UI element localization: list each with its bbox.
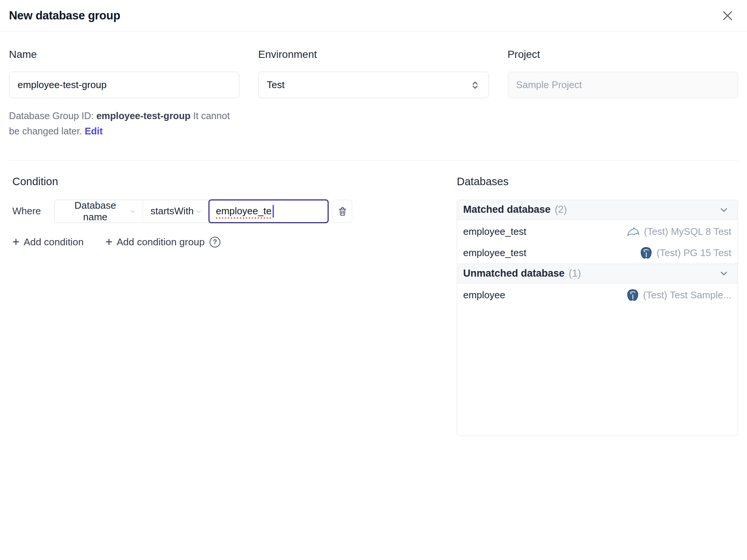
project-label: Project: [508, 49, 738, 60]
database-row: employee (Test) Test Sample...: [457, 284, 738, 306]
chevron-down-icon: [719, 205, 729, 215]
databases-heading: Databases: [457, 175, 738, 188]
trash-icon: [337, 206, 348, 217]
chevron-down-icon: [195, 207, 203, 215]
condition-heading: Condition: [12, 175, 457, 188]
environment-label: Environment: [258, 49, 489, 60]
chevron-down-icon: [719, 268, 729, 279]
plus-icon: +: [12, 236, 19, 248]
condition-factor-value: Database name: [62, 200, 128, 223]
condition-expression-group: Database name startsWith employee_te: [54, 200, 328, 223]
project-input: Sample Project: [508, 72, 738, 98]
unmatched-database-title: Unmatched database: [463, 268, 565, 279]
condition-value-input[interactable]: employee_te: [208, 199, 329, 223]
databases-section: Databases Matched database (2) employee_…: [457, 175, 738, 436]
add-condition-button[interactable]: + Add condition: [12, 236, 84, 248]
project-input-value: Sample Project: [516, 79, 582, 91]
database-name: employee: [463, 289, 505, 301]
name-input-value: employee-test-group: [18, 79, 106, 91]
name-input[interactable]: employee-test-group: [9, 72, 239, 98]
dialog-header: New database group: [0, 0, 747, 31]
database-instance: (Test) MySQL 8 Test: [627, 225, 731, 238]
condition-actions: + Add condition + Add condition group ?: [12, 236, 457, 248]
database-row: employee_test (Test) MySQL 8 Test: [457, 221, 738, 242]
postgresql-icon: [626, 289, 639, 301]
name-field-group: Name employee-test-group Database Group …: [9, 49, 239, 139]
condition-section: Condition Where Database name startsWith: [9, 175, 457, 248]
condition-operator-value: startsWith: [151, 205, 194, 217]
matched-database-count: (2): [555, 204, 719, 215]
chevron-down-icon: [128, 207, 137, 215]
where-label: Where: [12, 205, 54, 217]
environment-field-group: Environment Test: [258, 49, 489, 139]
environment-select[interactable]: Test: [258, 72, 489, 98]
condition-operator-select[interactable]: startsWith: [143, 200, 209, 223]
condition-factor-select[interactable]: Database name: [55, 200, 143, 223]
database-group-id-helper: Database Group ID: employee-test-group I…: [9, 108, 239, 139]
matched-database-header[interactable]: Matched database (2): [457, 200, 738, 220]
postgresql-icon: [640, 246, 653, 259]
add-condition-label: Add condition: [24, 236, 84, 248]
add-condition-group-button[interactable]: + Add condition group: [105, 236, 205, 248]
database-instance-label: (Test) MySQL 8 Test: [644, 226, 731, 237]
help-icon[interactable]: ?: [210, 237, 220, 248]
database-instance: (Test) Test Sample...: [626, 289, 732, 301]
page-title: New database group: [9, 9, 120, 22]
mysql-icon: [627, 225, 640, 238]
database-name: employee_test: [463, 247, 526, 259]
database-instance-label: (Test) Test Sample...: [643, 289, 732, 301]
matched-database-title: Matched database: [463, 204, 551, 215]
condition-value-text: employee_te: [216, 205, 272, 217]
environment-selected-value: Test: [267, 79, 285, 91]
condition-row: Where Database name startsWith: [12, 200, 457, 223]
unfold-chevrons-icon: [470, 79, 480, 91]
database-instance: (Test) PG 15 Test: [640, 246, 731, 259]
form-top-row: Name employee-test-group Database Group …: [9, 49, 738, 139]
text-cursor: [273, 205, 274, 218]
delete-condition-button[interactable]: [332, 200, 352, 223]
unmatched-database-header[interactable]: Unmatched database (1): [457, 264, 738, 283]
section-divider: [9, 160, 738, 161]
database-instance-label: (Test) PG 15 Test: [657, 247, 731, 259]
database-group-id-value: employee-test-group: [96, 111, 190, 121]
plus-icon: +: [105, 236, 112, 248]
database-row: employee_test (Test) PG 15 Test: [457, 242, 738, 264]
databases-panel: Matched database (2) employee_test: [457, 200, 738, 436]
database-name: employee_test: [463, 226, 526, 237]
add-condition-group-label: Add condition group: [117, 236, 205, 248]
close-icon: [721, 9, 734, 22]
edit-link[interactable]: Edit: [85, 126, 103, 136]
unmatched-database-count: (1): [569, 268, 719, 279]
name-label: Name: [9, 49, 239, 60]
project-field-group: Project Sample Project: [508, 49, 738, 139]
close-button[interactable]: [719, 7, 736, 24]
helper-prefix: Database Group ID:: [9, 111, 96, 121]
